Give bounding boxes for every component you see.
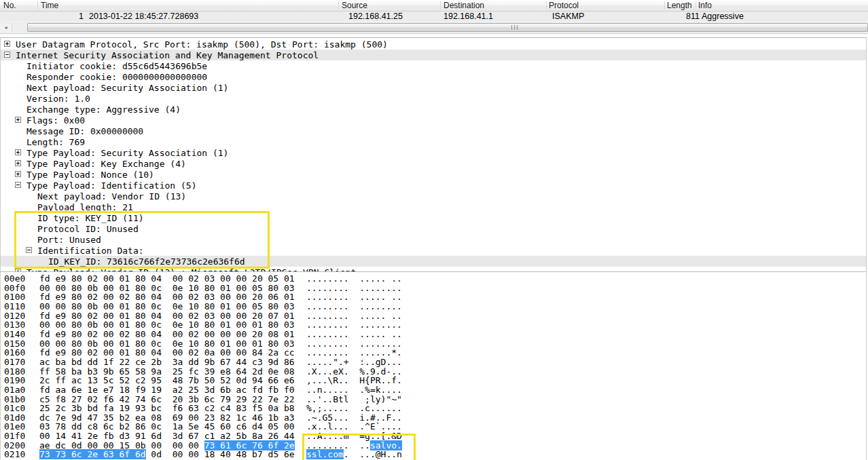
packet-destination: 192.168.41.1: [444, 12, 493, 21]
wireshark-window: No.TimeSourceDestinationProtocolLengthIn…: [0, 0, 868, 460]
column-header-info[interactable]: Info: [698, 1, 712, 10]
tree-row[interactable]: Responder cookie: 0000000000000000: [1, 71, 867, 82]
expand-icon[interactable]: [15, 160, 21, 166]
hex-row[interactable]: 01d0dc 7e 9d 47 35 b2 ea 08 69 00 23 82 …: [1, 413, 867, 422]
scrollbar-grip-icon: [511, 25, 518, 30]
packet-source: 192.168.41.25: [348, 12, 403, 21]
tree-row-label: Initiator cookie: d55c6d5443696b5e: [26, 61, 207, 71]
column-separator[interactable]: [695, 1, 696, 9]
tree-row[interactable]: Internet Security Association and Key Ma…: [1, 50, 867, 60]
tree-row-label: Internet Security Association and Key Ma…: [16, 50, 319, 60]
hex-row[interactable]: 01c025 2c 3b bd fa 19 93 bc f6 63 c2 c4 …: [1, 403, 867, 413]
tree-row-label: Port: Unused: [37, 235, 101, 245]
column-header-time[interactable]: Time: [41, 1, 58, 10]
scrollbar-thumb[interactable]: [27, 23, 868, 32]
tree-row-label: Flags: 0x00: [26, 115, 85, 126]
tree-row[interactable]: Initiator cookie: d55c6d5443696b5e: [1, 60, 867, 71]
tree-row[interactable]: Type Payload: Nonce (10): [1, 169, 867, 180]
packet-row[interactable]: 1 2013-01-22 18:45:27.728693 192.168.41.…: [0, 12, 868, 22]
collapse-icon[interactable]: [26, 247, 32, 253]
scroll-left-arrow-icon[interactable]: ◄: [0, 23, 12, 32]
tree-row-label: Type Payload: Security Association (1): [26, 148, 228, 158]
tree-row-label: Protocol ID: Unused: [37, 224, 139, 234]
tree-row-label: Message ID: 0x00000000: [26, 126, 143, 136]
hex-row[interactable]: 013000 00 80 0b 00 01 80 0c 0e 10 80 01 …: [1, 320, 867, 329]
expand-icon[interactable]: [15, 149, 21, 155]
tree-row[interactable]: Type Payload: Vendor ID (13) : Microsoft…: [1, 267, 867, 272]
column-header-destination[interactable]: Destination: [444, 1, 484, 10]
tree-row[interactable]: Type Payload: Identification (5): [1, 180, 867, 191]
hex-row[interactable]: 021073 73 6c 2e 63 6f 6d 0d 00 00 18 40 …: [1, 449, 867, 459]
hex-row[interactable]: 015000 00 80 0b 00 01 80 0c 0e 10 80 01 …: [1, 339, 867, 348]
column-header-source[interactable]: Source: [342, 1, 367, 10]
column-separator[interactable]: [37, 1, 38, 9]
tree-row-label: Exchange type: Aggressive (4): [26, 104, 181, 115]
tree-row-label: User Datagram Protocol, Src Port: isakmp…: [16, 39, 388, 50]
tree-row-label: Responder cookie: 0000000000000000: [26, 72, 207, 82]
hex-row[interactable]: 0200ae dc 0d 00 00 15 0b 00 00 00 73 61 …: [1, 440, 867, 450]
hex-row[interactable]: 00e0fd e9 80 02 00 01 80 04 00 02 03 00 …: [1, 273, 867, 283]
tree-row[interactable]: Next payload: Vendor ID (13): [1, 191, 867, 202]
expand-icon[interactable]: [4, 41, 10, 47]
hex-row[interactable]: 0100fd e9 80 02 00 02 80 04 00 02 03 00 …: [1, 292, 867, 301]
hex-row[interactable]: 01e003 78 dd c8 6c b2 86 0c 1a 5e 45 60 …: [1, 421, 867, 431]
column-separator[interactable]: [546, 1, 547, 9]
tree-row[interactable]: Exchange type: Aggressive (4): [1, 104, 867, 115]
tree-row-label: Type Payload: Key Exchange (4): [26, 159, 186, 169]
tree-row-label: Identification Data:: [37, 246, 144, 256]
tree-row[interactable]: Protocol ID: Unused: [1, 223, 867, 234]
packet-info: Aggressive: [702, 12, 744, 21]
column-header-length[interactable]: Length: [667, 1, 692, 10]
tree-row-label: Next payload: Security Association (1): [26, 83, 228, 93]
packet-length: 811: [669, 12, 700, 21]
tree-row[interactable]: Payload length: 21: [1, 202, 867, 212]
column-separator[interactable]: [338, 1, 339, 9]
hex-row[interactable]: 0160fd e9 80 02 00 01 80 04 00 02 0a 00 …: [1, 347, 867, 357]
tree-row[interactable]: User Datagram Protocol, Src Port: isakmp…: [1, 39, 867, 50]
tree-row[interactable]: Identification Data:: [1, 245, 867, 256]
tree-row[interactable]: Length: 769: [1, 136, 867, 147]
tree-row-label: ID type: KEY_ID (11): [37, 213, 144, 223]
tree-row[interactable]: Message ID: 0x00000000: [1, 126, 867, 136]
column-separator[interactable]: [664, 1, 665, 9]
horizontal-scrollbar[interactable]: ◄: [0, 22, 868, 34]
column-separator[interactable]: [440, 1, 441, 9]
hex-row[interactable]: 00f000 00 80 0b 00 01 80 0c 0e 10 80 01 …: [1, 283, 867, 292]
tree-row[interactable]: Version: 1.0: [1, 93, 867, 104]
tree-row[interactable]: Type Payload: Key Exchange (4): [1, 158, 867, 169]
collapse-icon[interactable]: [15, 182, 21, 188]
hex-row[interactable]: 01a0fd aa 6e 1e e7 18 f9 19 a2 25 3d 6b …: [1, 385, 867, 394]
expand-icon[interactable]: [15, 171, 21, 177]
hex-row[interactable]: 0170ac ba bd dd 1f 22 ce 2b 3a dd 9b 67 …: [1, 357, 867, 366]
packet-details-pane: User Datagram Protocol, Src Port: isakmp…: [0, 37, 867, 272]
tree-row-label: Type Payload: Nonce (10): [26, 170, 154, 180]
tree-row-label: Version: 1.0: [26, 94, 90, 104]
tree-row-label: Payload length: 21: [37, 202, 133, 212]
column-header-protocol[interactable]: Protocol: [549, 1, 579, 10]
collapse-icon[interactable]: [4, 52, 10, 58]
hex-row[interactable]: 0140fd e9 80 02 00 02 80 04 00 02 00 00 …: [1, 329, 867, 339]
hex-row[interactable]: 01f000 14 41 2e fb d3 91 6d 3d 67 c1 a2 …: [1, 431, 867, 440]
hex-row[interactable]: 0120fd e9 80 02 00 01 80 04 00 02 03 00 …: [1, 311, 867, 320]
tree-row[interactable]: Flags: 0x00: [1, 115, 867, 126]
tree-row-label: Type Payload: Identification (5): [26, 180, 196, 191]
tree-row[interactable]: Port: Unused: [1, 234, 867, 245]
tree-row-label: Next payload: Vendor ID (13): [37, 191, 186, 202]
tree-row[interactable]: ID type: KEY_ID (11): [1, 212, 867, 223]
tree-row-label: Type Payload: Vendor ID (13) : Microsoft…: [26, 267, 356, 272]
packet-time: 2013-01-22 18:45:27.728693: [89, 12, 198, 21]
hex-row[interactable]: 01902c ff ac 13 5c 52 c2 95 48 7b 50 52 …: [1, 375, 867, 385]
expand-icon[interactable]: [15, 117, 21, 123]
column-header-no[interactable]: No.: [3, 1, 16, 10]
tree-row[interactable]: Next payload: Security Association (1): [1, 82, 867, 93]
hex-row[interactable]: 0180ff 58 ba b3 9b 65 58 9a 25 fc 39 e8 …: [1, 366, 867, 376]
tree-row[interactable]: Type Payload: Security Association (1): [1, 147, 867, 158]
tree-row[interactable]: ID_KEY_ID: 73616c766f2e73736c2e636f6d: [1, 256, 867, 267]
hex-row[interactable]: 01b0c5 f8 27 02 f6 42 74 6c 20 3b 6c 79 …: [1, 394, 867, 404]
packet-no: 1: [68, 12, 84, 21]
hex-dump-pane: 00d000 01 80 0c 0e 10 80 01 00 07 80 0e …: [0, 272, 867, 460]
tree-row-label: Length: 769: [26, 137, 85, 147]
tree-row-label: ID_KEY_ID: 73616c766f2e73736c2e636f6d: [48, 256, 245, 267]
hex-row[interactable]: 011000 00 80 0b 00 01 80 0c 0e 10 80 01 …: [1, 301, 867, 311]
packet-protocol: ISAKMP: [552, 12, 584, 21]
